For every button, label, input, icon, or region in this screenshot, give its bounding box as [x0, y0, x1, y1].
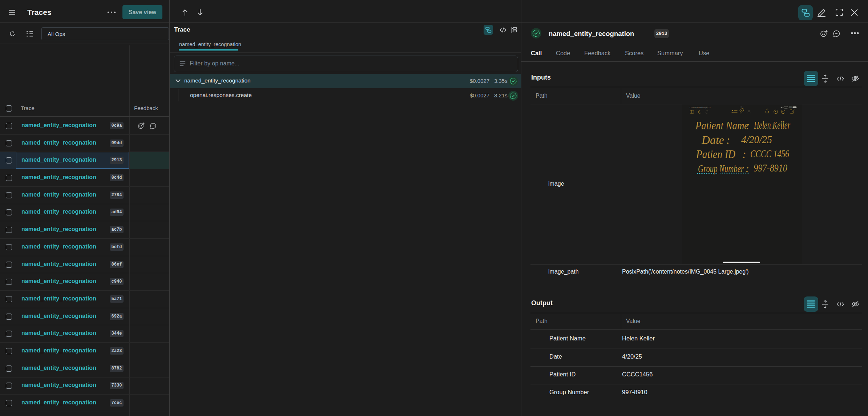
svg-text:Date: Date	[701, 133, 724, 146]
svg-text:Group Number: Group Number	[698, 162, 744, 174]
svg-text:12:05 PM Wed Apr 23: 12:05 PM Wed Apr 23	[689, 106, 711, 109]
svg-text:Helen Keller: Helen Keller	[754, 119, 790, 131]
svg-text::: :	[726, 133, 730, 146]
svg-text::: :	[746, 162, 749, 174]
svg-text:997-8910: 997-8910	[754, 162, 787, 174]
svg-text:66%: 66%	[789, 106, 793, 108]
svg-text:4/20/25: 4/20/25	[741, 133, 772, 145]
svg-text::: :	[746, 119, 750, 132]
svg-text:Patien ID: Patien ID	[696, 148, 735, 161]
svg-text:CCCC 1456: CCCC 1456	[750, 148, 789, 159]
svg-text::: :	[742, 148, 746, 161]
svg-text:Patient Name: Patient Name	[695, 119, 748, 132]
